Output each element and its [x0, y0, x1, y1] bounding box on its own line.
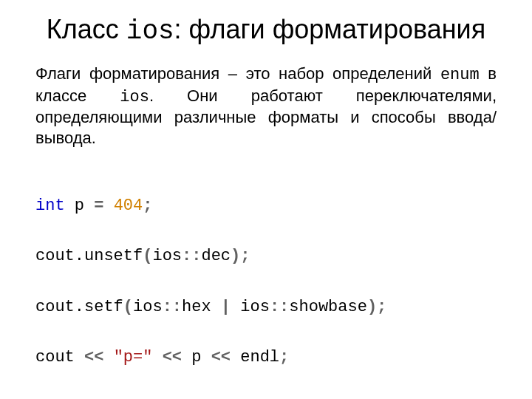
code-text: cout.unsetf [35, 247, 143, 265]
para-t1: Флаги форматирования – это набор определ… [35, 64, 440, 83]
para-m2: ios [120, 88, 149, 106]
code-operator: ); [231, 247, 250, 265]
code-operator: :: [270, 298, 289, 316]
code-operator: ; [279, 348, 289, 366]
code-line-3: cout.setf(ios::hex | ios::showbase); [35, 295, 497, 320]
code-line-2: cout.unsetf(ios::dec); [35, 244, 497, 269]
title-text-pre: Класс [47, 14, 126, 44]
code-text [103, 197, 113, 215]
code-operator: :: [163, 298, 182, 316]
code-operator: ( [123, 298, 133, 316]
code-text: cout.setf [35, 298, 123, 316]
code-text: p [182, 348, 211, 366]
code-line-5: // p=0x194 [35, 395, 497, 399]
slide-title: Класс ios: флаги форматирования [35, 13, 497, 47]
slide: Класс ios: флаги форматирования Флаги фо… [0, 0, 532, 399]
code-operator: << [84, 348, 103, 366]
code-number: 404 [114, 197, 143, 215]
description-paragraph: Флаги форматирования – это набор определ… [35, 64, 497, 148]
code-text: ios [231, 298, 270, 316]
code-text: hex [182, 298, 221, 316]
code-text [152, 348, 162, 366]
code-text: showbase [289, 298, 367, 316]
code-operator: << [163, 348, 182, 366]
code-text: dec [201, 247, 231, 265]
code-text [103, 348, 113, 366]
code-text: cout [35, 348, 84, 366]
code-text: endl [231, 348, 279, 366]
para-m1: enum [440, 66, 480, 84]
code-operator: :: [182, 247, 201, 265]
code-operator: ); [367, 298, 386, 316]
title-text-post: : флаги форматирования [174, 14, 486, 44]
code-operator: << [211, 348, 231, 366]
code-text: ios [152, 247, 182, 265]
title-text-mono: ios [126, 16, 174, 47]
code-line-4: cout << "p=" << p << endl; [35, 345, 497, 370]
code-block: int p = 404; cout.unsetf(ios::dec); cout… [35, 168, 497, 399]
code-line-1: int p = 404; [35, 194, 497, 219]
code-operator: ; [143, 197, 152, 215]
code-string: "p=" [114, 348, 153, 366]
code-operator: | [221, 298, 231, 316]
code-operator: = [94, 197, 103, 215]
code-keyword: int [35, 197, 65, 215]
code-operator: ( [143, 247, 152, 265]
code-text: ios [133, 298, 163, 316]
code-text: p [65, 197, 95, 215]
